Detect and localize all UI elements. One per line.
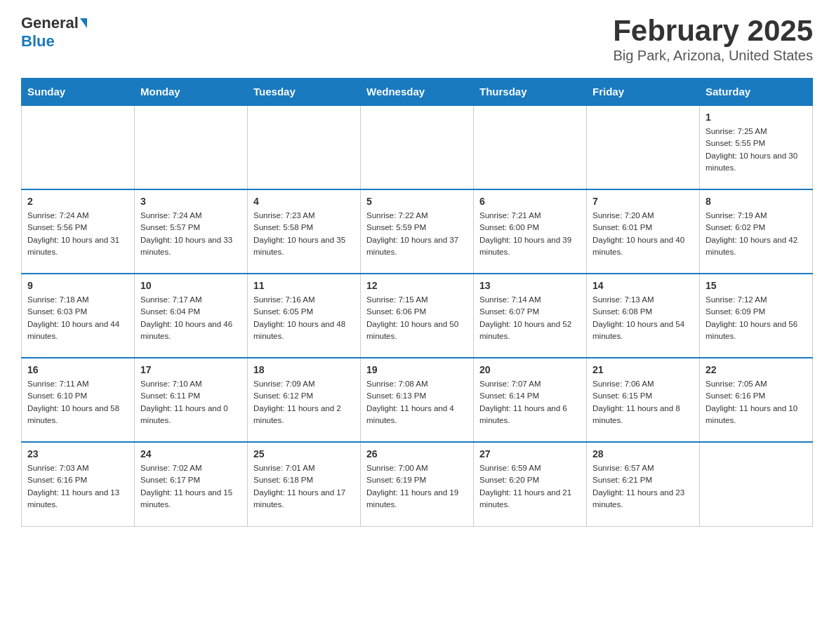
day-number: 15 [706, 280, 807, 291]
day-info: Sunrise: 7:23 AMSunset: 5:58 PMDaylight:… [253, 210, 355, 258]
day-number: 22 [706, 364, 807, 375]
day-info: Sunrise: 7:07 AMSunset: 6:14 PMDaylight:… [479, 378, 581, 427]
week-row: 9Sunrise: 7:18 AMSunset: 6:03 PMDaylight… [22, 274, 813, 358]
day-info: Sunrise: 7:10 AMSunset: 6:11 PMDaylight:… [140, 378, 241, 427]
day-number: 27 [479, 448, 581, 459]
calendar-cell: 2Sunrise: 7:24 AMSunset: 5:56 PMDaylight… [22, 189, 135, 274]
week-row: 1Sunrise: 7:25 AMSunset: 5:55 PMDaylight… [22, 105, 813, 189]
calendar-cell: 25Sunrise: 7:01 AMSunset: 6:18 PMDayligh… [248, 442, 361, 526]
day-number: 3 [140, 196, 241, 207]
day-info: Sunrise: 7:21 AMSunset: 6:00 PMDaylight:… [479, 210, 581, 258]
day-info: Sunrise: 7:09 AMSunset: 6:12 PMDaylight:… [253, 378, 355, 427]
calendar-cell [248, 105, 361, 189]
day-info: Sunrise: 7:15 AMSunset: 6:06 PMDaylight:… [366, 294, 468, 342]
calendar-cell: 23Sunrise: 7:03 AMSunset: 6:16 PMDayligh… [22, 442, 135, 526]
day-number: 14 [593, 280, 694, 291]
calendar-cell [135, 105, 248, 189]
day-number: 20 [479, 364, 581, 375]
calendar-cell: 8Sunrise: 7:19 AMSunset: 6:02 PMDaylight… [700, 189, 813, 274]
day-info: Sunrise: 7:24 AMSunset: 5:56 PMDaylight:… [27, 210, 128, 258]
calendar-cell: 10Sunrise: 7:17 AMSunset: 6:04 PMDayligh… [135, 274, 248, 358]
calendar-cell: 17Sunrise: 7:10 AMSunset: 6:11 PMDayligh… [135, 358, 248, 442]
logo-triangle-icon [80, 18, 87, 28]
calendar-cell [361, 105, 474, 189]
day-info: Sunrise: 7:25 AMSunset: 5:55 PMDaylight:… [706, 126, 807, 174]
day-number: 21 [593, 364, 694, 375]
day-info: Sunrise: 7:16 AMSunset: 6:05 PMDaylight:… [253, 294, 355, 342]
page-title: February 2025 [613, 14, 813, 48]
logo: General Blue [21, 14, 87, 51]
calendar-cell: 27Sunrise: 6:59 AMSunset: 6:20 PMDayligh… [474, 442, 587, 526]
page-header: General Blue February 2025 Big Park, Ari… [21, 14, 813, 64]
calendar-cell: 28Sunrise: 6:57 AMSunset: 6:21 PMDayligh… [587, 442, 700, 526]
week-row: 16Sunrise: 7:11 AMSunset: 6:10 PMDayligh… [22, 358, 813, 442]
calendar-cell: 14Sunrise: 7:13 AMSunset: 6:08 PMDayligh… [587, 274, 700, 358]
day-info: Sunrise: 7:13 AMSunset: 6:08 PMDaylight:… [593, 294, 694, 342]
calendar-cell: 9Sunrise: 7:18 AMSunset: 6:03 PMDaylight… [22, 274, 135, 358]
calendar-day-header: Sunday [22, 79, 135, 106]
day-info: Sunrise: 7:00 AMSunset: 6:19 PMDaylight:… [366, 462, 468, 511]
calendar-cell: 7Sunrise: 7:20 AMSunset: 6:01 PMDaylight… [587, 189, 700, 274]
calendar-cell: 4Sunrise: 7:23 AMSunset: 5:58 PMDaylight… [248, 189, 361, 274]
day-number: 18 [253, 364, 355, 375]
calendar-cell [22, 105, 135, 189]
day-number: 23 [27, 448, 128, 459]
day-number: 28 [593, 448, 694, 459]
day-number: 26 [366, 448, 468, 459]
day-number: 10 [140, 280, 241, 291]
day-number: 16 [27, 364, 128, 375]
calendar-cell: 3Sunrise: 7:24 AMSunset: 5:57 PMDaylight… [135, 189, 248, 274]
calendar-cell: 12Sunrise: 7:15 AMSunset: 6:06 PMDayligh… [361, 274, 474, 358]
calendar-cell: 6Sunrise: 7:21 AMSunset: 6:00 PMDaylight… [474, 189, 587, 274]
calendar-cell: 5Sunrise: 7:22 AMSunset: 5:59 PMDaylight… [361, 189, 474, 274]
day-number: 7 [593, 196, 694, 207]
day-number: 9 [27, 280, 128, 291]
day-number: 17 [140, 364, 241, 375]
day-number: 4 [253, 196, 355, 207]
day-number: 6 [479, 196, 581, 207]
day-info: Sunrise: 7:24 AMSunset: 5:57 PMDaylight:… [140, 210, 241, 258]
day-info: Sunrise: 7:12 AMSunset: 6:09 PMDaylight:… [706, 294, 807, 342]
calendar-cell: 1Sunrise: 7:25 AMSunset: 5:55 PMDaylight… [700, 105, 813, 189]
day-info: Sunrise: 7:14 AMSunset: 6:07 PMDaylight:… [479, 294, 581, 342]
calendar-cell: 24Sunrise: 7:02 AMSunset: 6:17 PMDayligh… [135, 442, 248, 526]
calendar-cell: 19Sunrise: 7:08 AMSunset: 6:13 PMDayligh… [361, 358, 474, 442]
day-info: Sunrise: 7:02 AMSunset: 6:17 PMDaylight:… [140, 462, 241, 511]
day-info: Sunrise: 7:17 AMSunset: 6:04 PMDaylight:… [140, 294, 241, 342]
calendar-cell: 18Sunrise: 7:09 AMSunset: 6:12 PMDayligh… [248, 358, 361, 442]
calendar-cell: 21Sunrise: 7:06 AMSunset: 6:15 PMDayligh… [587, 358, 700, 442]
calendar-cell [474, 105, 587, 189]
calendar-day-header: Tuesday [248, 79, 361, 106]
day-info: Sunrise: 7:11 AMSunset: 6:10 PMDaylight:… [27, 378, 128, 427]
logo-blue-text: Blue [21, 32, 55, 50]
day-number: 11 [253, 280, 355, 291]
calendar-table: SundayMondayTuesdayWednesdayThursdayFrid… [21, 78, 813, 527]
day-info: Sunrise: 7:06 AMSunset: 6:15 PMDaylight:… [593, 378, 694, 427]
title-area: February 2025 Big Park, Arizona, United … [613, 14, 813, 64]
day-info: Sunrise: 7:01 AMSunset: 6:18 PMDaylight:… [253, 462, 355, 511]
calendar-day-header: Monday [135, 79, 248, 106]
calendar-cell: 22Sunrise: 7:05 AMSunset: 6:16 PMDayligh… [700, 358, 813, 442]
week-row: 2Sunrise: 7:24 AMSunset: 5:56 PMDaylight… [22, 189, 813, 274]
day-number: 19 [366, 364, 468, 375]
day-number: 13 [479, 280, 581, 291]
day-number: 8 [706, 196, 807, 207]
day-number: 5 [366, 196, 468, 207]
calendar-cell: 11Sunrise: 7:16 AMSunset: 6:05 PMDayligh… [248, 274, 361, 358]
calendar-day-header: Thursday [474, 79, 587, 106]
calendar-day-header: Friday [587, 79, 700, 106]
calendar-cell: 26Sunrise: 7:00 AMSunset: 6:19 PMDayligh… [361, 442, 474, 526]
day-info: Sunrise: 7:05 AMSunset: 6:16 PMDaylight:… [706, 378, 807, 427]
page-subtitle: Big Park, Arizona, United States [613, 48, 813, 64]
day-info: Sunrise: 6:57 AMSunset: 6:21 PMDaylight:… [593, 462, 694, 511]
calendar-cell [587, 105, 700, 189]
calendar-day-header: Saturday [700, 79, 813, 106]
day-info: Sunrise: 7:18 AMSunset: 6:03 PMDaylight:… [27, 294, 128, 342]
day-info: Sunrise: 7:20 AMSunset: 6:01 PMDaylight:… [593, 210, 694, 258]
day-number: 2 [27, 196, 128, 207]
calendar-header-row: SundayMondayTuesdayWednesdayThursdayFrid… [22, 79, 813, 106]
day-number: 12 [366, 280, 468, 291]
logo-general-text: General [21, 14, 79, 32]
calendar-cell [700, 442, 813, 526]
calendar-cell: 16Sunrise: 7:11 AMSunset: 6:10 PMDayligh… [22, 358, 135, 442]
